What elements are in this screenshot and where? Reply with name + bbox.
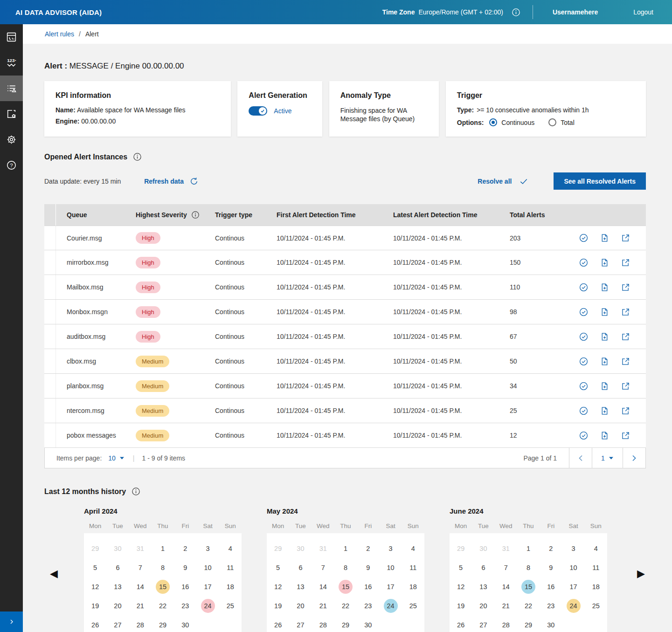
calendar-day-cell: 18 — [402, 577, 424, 596]
report-file-plus-icon[interactable] — [600, 406, 610, 416]
open-external-link-icon[interactable] — [621, 233, 630, 243]
page-number-select[interactable]: 1 — [592, 448, 623, 468]
calendar-day: 16 — [361, 580, 375, 594]
weekday-label: Sat — [562, 522, 584, 529]
sidebar-item-dashboard[interactable] — [0, 24, 23, 50]
trigger-type-cell: Continous — [204, 407, 266, 414]
calendar-day: 4 — [406, 542, 420, 556]
report-file-plus-icon[interactable] — [600, 258, 610, 268]
calendar-day — [567, 618, 581, 632]
calendar-next-arrow[interactable]: ▶ — [637, 569, 645, 579]
resolve-check-circle-icon[interactable] — [579, 406, 589, 416]
queue-cell: Mailbox.msg — [56, 283, 125, 291]
previous-page-button[interactable] — [569, 448, 592, 468]
resolve-check-circle-icon[interactable] — [579, 233, 589, 243]
sidebar-item-settings[interactable] — [0, 127, 23, 152]
username[interactable]: Usernamehere — [553, 8, 598, 16]
resolve-check-circle-icon[interactable] — [579, 307, 589, 317]
resolve-check-circle-icon[interactable] — [579, 258, 589, 268]
row-expand-cell — [44, 226, 56, 250]
calendar-day: 29 — [156, 618, 170, 632]
severity-cell: High — [125, 282, 204, 293]
kpi-card-title: KPI information — [55, 91, 220, 100]
latest-detection-cell: 10/11/2024 - 01:45 P.M. — [382, 407, 499, 414]
open-external-link-icon[interactable] — [621, 431, 630, 440]
open-external-link-icon[interactable] — [621, 282, 630, 292]
report-file-plus-icon[interactable] — [600, 332, 610, 342]
breadcrumb-alert-rules-link[interactable]: Alert rules — [45, 30, 74, 38]
weekday-label: Wed — [129, 522, 152, 529]
calendar-day — [589, 618, 603, 632]
calendar-day: 24 — [201, 599, 215, 613]
column-header-latest-detection: Latest Alert Detection Time — [382, 211, 499, 219]
total-alerts-cell: 203 — [499, 234, 568, 242]
items-per-page-select[interactable]: 10 — [108, 454, 125, 462]
calendar-day-cell: 11 — [219, 558, 242, 577]
trigger-type-cell: Continous — [204, 234, 266, 242]
row-actions — [568, 431, 646, 440]
report-file-plus-icon[interactable] — [600, 357, 610, 366]
calendar-day: 10 — [201, 561, 215, 575]
report-file-plus-icon[interactable] — [600, 431, 610, 440]
main-content: Alert : MESSAGE / Engine 00.00.00.00 KPI… — [23, 44, 672, 632]
calendar-day-cell: 21 — [129, 596, 152, 615]
open-external-link-icon[interactable] — [621, 258, 630, 268]
open-external-link-icon[interactable] — [621, 332, 630, 342]
sidebar-item-kpi-trend[interactable]: 123 — [0, 50, 23, 76]
calendar-day-cell: 31 — [495, 539, 517, 558]
resolve-check-circle-icon[interactable] — [579, 332, 589, 342]
calendar-prev-arrow[interactable]: ◀ — [50, 569, 58, 579]
alert-generation-toggle[interactable] — [249, 106, 267, 116]
dashboard-icon — [6, 31, 17, 43]
calendar-day-cell: 15 — [517, 577, 540, 596]
resolve-check-circle-icon[interactable] — [579, 282, 589, 292]
open-external-link-icon[interactable] — [621, 406, 630, 416]
table-row: auditbox.msg High Continous 10/11/2024 -… — [44, 324, 646, 349]
radio-continuous[interactable] — [489, 118, 497, 126]
report-file-plus-icon[interactable] — [600, 233, 610, 243]
next-page-button[interactable] — [623, 448, 645, 468]
open-external-link-icon[interactable] — [621, 381, 630, 391]
sidebar-item-engine-config[interactable] — [0, 101, 23, 127]
calendar-day-cell: 6 — [289, 558, 312, 577]
calendar-day: 31 — [499, 542, 513, 556]
refresh-data-label: Refresh data — [144, 178, 184, 185]
calendar-day: 18 — [406, 580, 420, 594]
severity-info-icon[interactable] — [191, 211, 200, 219]
severity-cell: Medium — [125, 356, 204, 367]
open-external-link-icon[interactable] — [621, 357, 630, 366]
calendar-day-cell: 24 — [562, 596, 584, 615]
calendar-day-cell: 28 — [312, 615, 334, 632]
sidebar-expand-button[interactable] — [0, 611, 23, 632]
weekday-label: Thu — [334, 522, 357, 529]
resolve-check-circle-icon[interactable] — [579, 431, 589, 440]
logout-button[interactable]: Logout — [633, 8, 653, 16]
history-info-icon[interactable] — [132, 487, 140, 496]
breadcrumb-current: Alert — [85, 30, 99, 38]
weekday-label: Sat — [379, 522, 402, 529]
radio-total[interactable] — [548, 118, 556, 126]
sidebar-item-alert-rules[interactable] — [0, 76, 23, 101]
column-header-total-alerts: Total Alerts — [499, 211, 568, 219]
weekday-label: Wed — [312, 522, 334, 529]
opened-instances-info-icon[interactable] — [133, 152, 142, 161]
see-all-resolved-alerts-button[interactable]: See all Resolved Alerts — [554, 172, 646, 190]
page-title-prefix: Alert : — [44, 62, 67, 70]
sidebar-item-help[interactable]: ? — [0, 152, 23, 178]
queue-cell: auditbox.msg — [56, 333, 125, 340]
weekday-label: Sun — [219, 522, 242, 529]
report-file-plus-icon[interactable] — [600, 381, 610, 391]
refresh-data-button[interactable]: Refresh data — [144, 177, 199, 186]
resolve-all-button[interactable]: Resolve all — [478, 177, 528, 186]
open-external-link-icon[interactable] — [621, 307, 630, 317]
calendar-day: 29 — [521, 618, 535, 632]
resolve-check-circle-icon[interactable] — [579, 357, 589, 366]
report-file-plus-icon[interactable] — [600, 307, 610, 317]
severity-cell: High — [125, 232, 204, 244]
calendar-day: 31 — [316, 542, 330, 556]
report-file-plus-icon[interactable] — [600, 282, 610, 292]
resolve-check-circle-icon[interactable] — [579, 381, 589, 391]
total-alerts-cell: 98 — [499, 308, 568, 316]
kpi-engine-row: Engine: 00.00.00.00 — [55, 117, 220, 125]
timezone-info-icon[interactable] — [512, 8, 520, 17]
